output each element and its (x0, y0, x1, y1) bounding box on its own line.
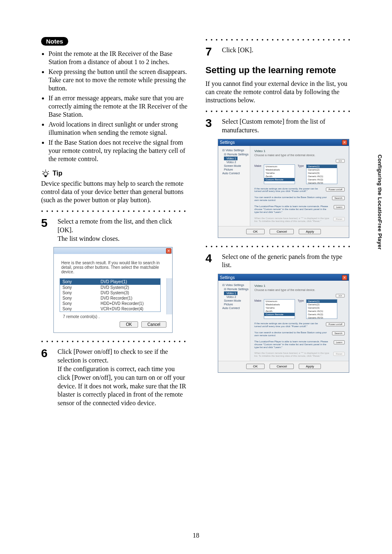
make-listbox[interactable]: Universum Waalsbalsels Yamaha Zenith Cus… (264, 299, 295, 319)
list-item[interactable]: Waalsbalsels (264, 303, 295, 306)
type-listbox[interactable]: Generic(1) Generic(2) Generic(3) Generic… (306, 164, 337, 184)
power-button[interactable]: Power on/off (326, 187, 345, 192)
panel-subtext: Choose a make and type of the external d… (254, 154, 345, 157)
list-item[interactable]: Generic(2) (307, 303, 337, 306)
go-button[interactable]: >> (336, 159, 345, 163)
search-results-dialog: × Here is the search result. If you woul… (53, 247, 173, 333)
list-item[interactable]: Generic AV(3) (307, 181, 337, 184)
cancel-button[interactable]: Cancel (270, 229, 294, 234)
table-row[interactable]: SonyDVD System(3) (60, 290, 160, 295)
list-item[interactable]: Zenith (264, 309, 295, 313)
make-label: Make (254, 299, 261, 302)
tree-item[interactable]: ⊟ Video Settings (220, 283, 248, 287)
scrollbar[interactable] (166, 278, 172, 314)
ok-button[interactable]: OK (120, 321, 138, 328)
list-item[interactable]: Generic(3) (307, 306, 337, 309)
list-item[interactable]: Yamaha (264, 171, 295, 175)
tree-item[interactable]: ⊟ Video Settings (220, 148, 248, 152)
ok-button[interactable]: OK (246, 229, 265, 234)
list-item[interactable]: Yamaha (264, 306, 295, 309)
tree-item[interactable]: ⊟ Remote Settings (220, 287, 248, 291)
tree-item[interactable]: Picture (220, 302, 248, 306)
apply-button[interactable]: Apply (299, 229, 321, 234)
close-icon[interactable]: × (166, 248, 171, 254)
step-5-body: Select a remote from the list, and then … (58, 217, 189, 243)
right-column: • • • • • • • • • • • • • • • • • • • • … (205, 37, 353, 412)
list-item[interactable]: Generic AV(3) (307, 316, 337, 319)
list-item-selected[interactable]: Custom Remote (264, 178, 295, 181)
ok-button[interactable]: OK (246, 364, 265, 369)
list-item[interactable]: Generic AV(2) (307, 178, 337, 181)
note-text: If the remote settings are done correctl… (254, 322, 323, 328)
learn-button[interactable]: Learn (334, 205, 345, 209)
tree-item[interactable]: ⊟ Remote Settings (220, 152, 248, 157)
section-heading-learning-remote: Setting up the learning remote (205, 65, 353, 76)
svg-line-2 (43, 171, 44, 172)
go-button[interactable]: >> (336, 294, 345, 298)
page-number: 18 (0, 532, 392, 539)
close-icon[interactable]: × (342, 140, 347, 145)
result-count: 7 remote control(s) . (54, 314, 172, 321)
search-results-table[interactable]: Sony DVD Player(1) SonyDVD System(2) Son… (60, 279, 160, 312)
list-item[interactable]: Generic AV(1) (307, 175, 337, 178)
step-6-line1: Click [Power on/off] to check to see if … (58, 348, 168, 364)
list-item[interactable]: Universum (264, 165, 295, 168)
step-5-line1: Select a remote from the list, and then … (58, 218, 172, 233)
list-item[interactable]: Waalsbalsels (264, 168, 295, 171)
divider-dots: • • • • • • • • • • • • • • • • • • • • … (205, 244, 353, 250)
tree-item-selected[interactable]: Video 1 (224, 291, 238, 295)
tree-item[interactable]: Auto Connect (220, 171, 248, 175)
table-row[interactable]: SonyHDD+DVD Recorder(1) (60, 301, 160, 306)
table-header: DVD Player(1) (98, 279, 160, 285)
table-row[interactable]: SonyDVD System(2) (60, 285, 160, 290)
close-icon[interactable]: × (342, 275, 347, 280)
list-item[interactable]: Generic AV(1) (307, 309, 337, 313)
tip-label: Tip (53, 170, 62, 177)
settings-tree[interactable]: ⊟ Video Settings ⊟ Remote Settings Video… (218, 146, 250, 226)
table-header: Sony (60, 279, 98, 285)
settings-tree[interactable]: ⊟ Video Settings ⊟ Remote Settings Video… (218, 281, 250, 361)
list-item[interactable]: Generic AV(2) (307, 313, 337, 316)
list-item[interactable]: Zenith (264, 175, 295, 178)
settings-dialog: Settings × ⊟ Video Settings ⊟ Remote Set… (218, 274, 349, 373)
side-tab-label: Configuring the LocationFree Player (377, 155, 383, 250)
list-item-selected[interactable]: Custom Remote (264, 313, 295, 316)
learn-button[interactable]: Learn (334, 340, 345, 344)
search-button[interactable]: Search (332, 331, 345, 335)
step-number-4: 4 (205, 253, 214, 264)
cancel-button[interactable]: Cancel (270, 364, 294, 369)
make-listbox[interactable]: Universum Waalsbalsels Yamaha Zenith Cus… (264, 164, 295, 184)
tree-item[interactable]: Auto Connect (220, 306, 248, 310)
divider-dots: • • • • • • • • • • • • • • • • • • • • … (41, 208, 189, 215)
step-3-body: Select [Custom remote] from the list of … (222, 118, 353, 135)
table-row[interactable]: SonyVCR+DVD Recorder(4) (60, 306, 160, 312)
reset-button-disabled: Reset (333, 217, 345, 221)
tree-item[interactable]: Picture (220, 168, 248, 171)
list-item-selected[interactable]: Generic(1) (307, 300, 337, 303)
tip-text: Device specific buttons may help to sear… (41, 180, 189, 204)
list-item[interactable]: Generic(2) (307, 168, 337, 171)
step-number-3: 3 (205, 118, 214, 129)
table-row[interactable]: SonyDVD Recorder(1) (60, 295, 160, 301)
type-label: Type (297, 164, 304, 167)
settings-dialog: Settings × ⊟ Video Settings ⊟ Remote Set… (218, 139, 349, 238)
list-item-selected[interactable]: Generic(1) (307, 165, 337, 168)
list-item[interactable]: Universum (264, 300, 295, 303)
tree-item[interactable]: Video 2 (220, 160, 248, 164)
apply-button[interactable]: Apply (299, 364, 321, 369)
search-button[interactable]: Search (332, 196, 345, 200)
tree-item[interactable]: Screen Mode (220, 299, 248, 302)
tree-item-selected[interactable]: Video 1 (224, 157, 238, 160)
section-intro: If you cannot find your external device … (205, 80, 353, 104)
note-item: Point the remote at the IR Receiver of t… (48, 50, 189, 66)
list-item[interactable]: Generic(3) (307, 171, 337, 175)
type-listbox[interactable]: Generic(1) Generic(2) Generic(3) Generic… (306, 299, 337, 319)
make-label: Make (254, 164, 261, 167)
tree-item[interactable]: Video 2 (220, 295, 248, 299)
note-item: Avoid locations in direct sunlight or un… (48, 120, 189, 137)
tree-item[interactable]: Screen Mode (220, 164, 248, 168)
cancel-button[interactable]: Cancel (141, 321, 166, 328)
power-button[interactable]: Power on/off (326, 322, 345, 326)
left-column: Notes Point the remote at the IR Receive… (41, 37, 189, 412)
note-item: If the Base Station does not receive the… (48, 138, 189, 163)
